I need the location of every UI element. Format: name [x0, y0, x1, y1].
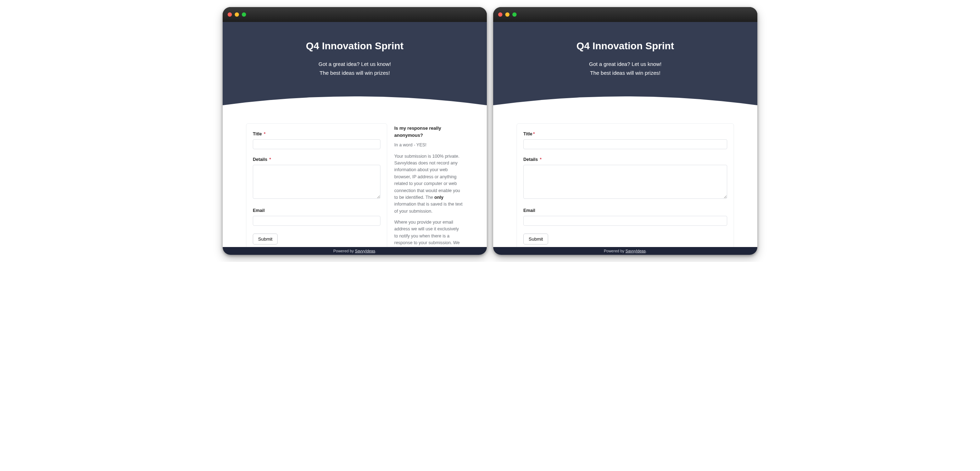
window-close-icon[interactable] [228, 13, 232, 17]
page-footer: Powered by SavvyIdeas. [493, 247, 757, 255]
content-area: Title* Details * Email [493, 111, 757, 251]
page-viewport: Q4 Innovation Sprint Got a great idea? L… [223, 22, 487, 255]
details-label-text: Details [253, 157, 267, 162]
form-actions: Submit [523, 233, 727, 244]
sidebar-p1: In a word - YES! [394, 142, 463, 149]
window-titlebar [223, 7, 487, 22]
footer-suffix: . [646, 249, 647, 253]
submit-button[interactable]: Submit [253, 233, 278, 244]
required-marker: * [533, 132, 535, 136]
sidebar-heading: Is my response really anonymous? [394, 125, 463, 139]
details-field: Details * [253, 157, 380, 200]
page-viewport: Q4 Innovation Sprint Got a great idea? L… [493, 22, 757, 255]
content-area: Title * Details * Email [223, 111, 487, 255]
details-textarea[interactable] [253, 165, 380, 199]
title-label: Title* [523, 132, 727, 136]
required-marker: * [539, 157, 541, 162]
details-label: Details * [253, 157, 380, 162]
sidebar-p2a: Your submission is 100% private. SavvyId… [394, 154, 460, 200]
hero-curve [493, 95, 757, 111]
window-minimize-icon[interactable] [505, 13, 509, 17]
title-label-text: Title [523, 132, 532, 136]
title-input[interactable] [253, 139, 380, 149]
required-marker: * [264, 132, 266, 136]
email-field: Email [253, 208, 380, 226]
submit-button[interactable]: Submit [523, 233, 548, 244]
window-zoom-icon[interactable] [242, 13, 246, 17]
hero-subtitle-2: The best ideas will win prizes! [500, 70, 750, 76]
email-label: Email [253, 208, 380, 213]
details-textarea[interactable] [523, 165, 727, 199]
window-close-icon[interactable] [498, 13, 503, 17]
details-field: Details * [523, 157, 727, 200]
form-actions: Submit [253, 233, 380, 244]
footer-link[interactable]: SavvyIdeas [355, 249, 375, 253]
details-label-text: Details [523, 157, 538, 162]
footer-link[interactable]: SavvyIdeas [625, 249, 646, 253]
page-footer: Powered by SavvyIdeas. [223, 247, 487, 255]
hero-banner: Q4 Innovation Sprint Got a great idea? L… [493, 22, 757, 111]
page-title: Q4 Innovation Sprint [500, 40, 750, 52]
browser-window-right: Q4 Innovation Sprint Got a great idea? L… [493, 7, 757, 255]
email-field: Email [523, 208, 727, 226]
window-zoom-icon[interactable] [512, 13, 517, 17]
submission-form-card: Title* Details * Email [517, 123, 734, 251]
submission-form-card: Title * Details * Email [246, 123, 387, 251]
sidebar-p2-strong: only [434, 195, 444, 200]
email-label: Email [523, 208, 727, 213]
email-input[interactable] [523, 216, 727, 226]
details-label: Details * [523, 157, 727, 162]
required-marker: * [269, 157, 271, 162]
browser-window-left: Q4 Innovation Sprint Got a great idea? L… [223, 7, 487, 255]
anonymity-sidebar: Is my response really anonymous? In a wo… [394, 123, 463, 255]
title-label: Title * [253, 132, 380, 136]
window-titlebar [493, 7, 757, 22]
sidebar-p2b: information that is saved is the text of… [394, 201, 462, 213]
title-input[interactable] [523, 139, 727, 149]
title-field: Title* [523, 132, 727, 149]
hero-banner: Q4 Innovation Sprint Got a great idea? L… [223, 22, 487, 111]
title-field: Title * [253, 132, 380, 149]
footer-prefix: Powered by [604, 249, 625, 253]
footer-prefix: Powered by [333, 249, 355, 253]
hero-subtitle-1: Got a great idea? Let us know! [230, 61, 480, 67]
footer-suffix: . [375, 249, 376, 253]
hero-subtitle-2: The best ideas will win prizes! [230, 70, 480, 76]
email-input[interactable] [253, 216, 380, 226]
title-label-text: Title [253, 132, 262, 136]
window-minimize-icon[interactable] [235, 13, 239, 17]
sidebar-p2: Your submission is 100% private. SavvyId… [394, 153, 463, 215]
hero-subtitle-1: Got a great idea? Let us know! [500, 61, 750, 67]
hero-curve [223, 95, 487, 111]
page-title: Q4 Innovation Sprint [230, 40, 480, 52]
